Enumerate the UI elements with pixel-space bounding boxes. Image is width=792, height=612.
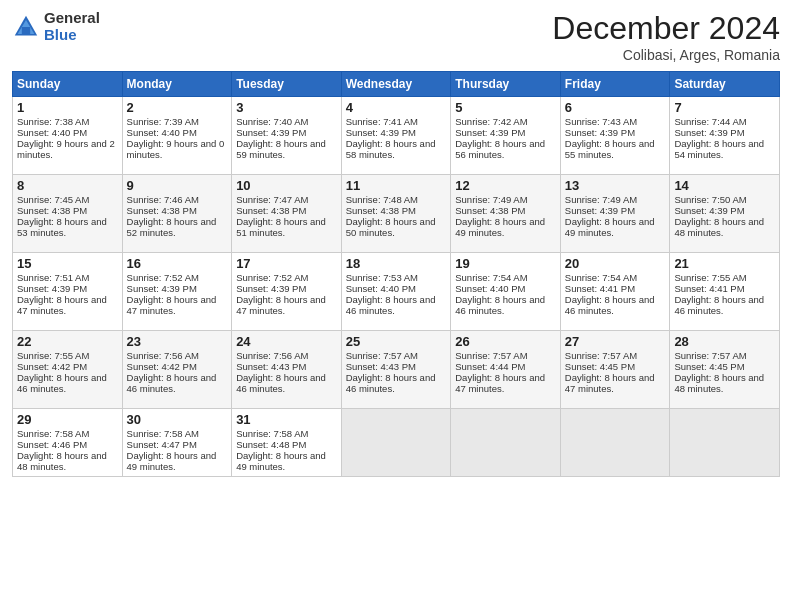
daylight-text: Daylight: 8 hours and 56 minutes.: [455, 138, 545, 160]
sunset-text: Sunset: 4:39 PM: [236, 283, 306, 294]
daylight-text: Daylight: 8 hours and 53 minutes.: [17, 216, 107, 238]
day-number: 24: [236, 334, 337, 349]
table-row: 6Sunrise: 7:43 AMSunset: 4:39 PMDaylight…: [560, 97, 670, 175]
sunrise-text: Sunrise: 7:55 AM: [674, 272, 746, 283]
table-row: [341, 409, 451, 477]
sunrise-text: Sunrise: 7:39 AM: [127, 116, 199, 127]
day-number: 25: [346, 334, 447, 349]
daylight-text: Daylight: 8 hours and 49 minutes.: [455, 216, 545, 238]
sunrise-text: Sunrise: 7:57 AM: [346, 350, 418, 361]
col-tuesday: Tuesday: [232, 72, 342, 97]
col-wednesday: Wednesday: [341, 72, 451, 97]
day-number: 9: [127, 178, 228, 193]
day-number: 12: [455, 178, 556, 193]
table-row: 23Sunrise: 7:56 AMSunset: 4:42 PMDayligh…: [122, 331, 232, 409]
daylight-text: Daylight: 8 hours and 46 minutes.: [674, 294, 764, 316]
col-monday: Monday: [122, 72, 232, 97]
logo: General Blue: [12, 10, 100, 43]
sunset-text: Sunset: 4:39 PM: [236, 127, 306, 138]
sunrise-text: Sunrise: 7:56 AM: [236, 350, 308, 361]
daylight-text: Daylight: 8 hours and 50 minutes.: [346, 216, 436, 238]
month-title: December 2024: [552, 10, 780, 47]
table-row: 5Sunrise: 7:42 AMSunset: 4:39 PMDaylight…: [451, 97, 561, 175]
table-row: 14Sunrise: 7:50 AMSunset: 4:39 PMDayligh…: [670, 175, 780, 253]
table-row: 22Sunrise: 7:55 AMSunset: 4:42 PMDayligh…: [13, 331, 123, 409]
table-row: 17Sunrise: 7:52 AMSunset: 4:39 PMDayligh…: [232, 253, 342, 331]
sunset-text: Sunset: 4:40 PM: [127, 127, 197, 138]
daylight-text: Daylight: 8 hours and 46 minutes.: [455, 294, 545, 316]
sunset-text: Sunset: 4:39 PM: [565, 127, 635, 138]
table-row: 19Sunrise: 7:54 AMSunset: 4:40 PMDayligh…: [451, 253, 561, 331]
sunrise-text: Sunrise: 7:46 AM: [127, 194, 199, 205]
sunrise-text: Sunrise: 7:50 AM: [674, 194, 746, 205]
day-number: 3: [236, 100, 337, 115]
daylight-text: Daylight: 8 hours and 52 minutes.: [127, 216, 217, 238]
page-container: General Blue December 2024 Colibasi, Arg…: [0, 0, 792, 487]
title-block: December 2024 Colibasi, Arges, Romania: [552, 10, 780, 63]
col-thursday: Thursday: [451, 72, 561, 97]
sunset-text: Sunset: 4:44 PM: [455, 361, 525, 372]
table-row: 29Sunrise: 7:58 AMSunset: 4:46 PMDayligh…: [13, 409, 123, 477]
day-number: 15: [17, 256, 118, 271]
sunset-text: Sunset: 4:41 PM: [565, 283, 635, 294]
sunset-text: Sunset: 4:45 PM: [565, 361, 635, 372]
daylight-text: Daylight: 8 hours and 48 minutes.: [674, 372, 764, 394]
sunset-text: Sunset: 4:39 PM: [455, 127, 525, 138]
sunset-text: Sunset: 4:40 PM: [346, 283, 416, 294]
sunset-text: Sunset: 4:48 PM: [236, 439, 306, 450]
sunrise-text: Sunrise: 7:51 AM: [17, 272, 89, 283]
table-row: 3Sunrise: 7:40 AMSunset: 4:39 PMDaylight…: [232, 97, 342, 175]
header-row: Sunday Monday Tuesday Wednesday Thursday…: [13, 72, 780, 97]
daylight-text: Daylight: 8 hours and 55 minutes.: [565, 138, 655, 160]
sunrise-text: Sunrise: 7:52 AM: [236, 272, 308, 283]
table-row: 12Sunrise: 7:49 AMSunset: 4:38 PMDayligh…: [451, 175, 561, 253]
sunrise-text: Sunrise: 7:54 AM: [455, 272, 527, 283]
daylight-text: Daylight: 8 hours and 47 minutes.: [127, 294, 217, 316]
daylight-text: Daylight: 8 hours and 46 minutes.: [127, 372, 217, 394]
daylight-text: Daylight: 9 hours and 2 minutes.: [17, 138, 115, 160]
sunset-text: Sunset: 4:38 PM: [455, 205, 525, 216]
table-row: 26Sunrise: 7:57 AMSunset: 4:44 PMDayligh…: [451, 331, 561, 409]
sunrise-text: Sunrise: 7:40 AM: [236, 116, 308, 127]
daylight-text: Daylight: 8 hours and 49 minutes.: [127, 450, 217, 472]
day-number: 1: [17, 100, 118, 115]
table-row: 24Sunrise: 7:56 AMSunset: 4:43 PMDayligh…: [232, 331, 342, 409]
daylight-text: Daylight: 9 hours and 0 minutes.: [127, 138, 225, 160]
day-number: 20: [565, 256, 666, 271]
day-number: 18: [346, 256, 447, 271]
sunset-text: Sunset: 4:42 PM: [127, 361, 197, 372]
sunrise-text: Sunrise: 7:57 AM: [565, 350, 637, 361]
location-title: Colibasi, Arges, Romania: [552, 47, 780, 63]
sunset-text: Sunset: 4:39 PM: [127, 283, 197, 294]
table-row: 7Sunrise: 7:44 AMSunset: 4:39 PMDaylight…: [670, 97, 780, 175]
sunrise-text: Sunrise: 7:55 AM: [17, 350, 89, 361]
sunrise-text: Sunrise: 7:45 AM: [17, 194, 89, 205]
daylight-text: Daylight: 8 hours and 51 minutes.: [236, 216, 326, 238]
table-row: 13Sunrise: 7:49 AMSunset: 4:39 PMDayligh…: [560, 175, 670, 253]
sunrise-text: Sunrise: 7:56 AM: [127, 350, 199, 361]
table-row: 2Sunrise: 7:39 AMSunset: 4:40 PMDaylight…: [122, 97, 232, 175]
table-row: 31Sunrise: 7:58 AMSunset: 4:48 PMDayligh…: [232, 409, 342, 477]
table-row: 27Sunrise: 7:57 AMSunset: 4:45 PMDayligh…: [560, 331, 670, 409]
sunset-text: Sunset: 4:40 PM: [17, 127, 87, 138]
sunrise-text: Sunrise: 7:58 AM: [127, 428, 199, 439]
sunset-text: Sunset: 4:39 PM: [674, 127, 744, 138]
col-saturday: Saturday: [670, 72, 780, 97]
sunset-text: Sunset: 4:38 PM: [346, 205, 416, 216]
day-number: 10: [236, 178, 337, 193]
sunset-text: Sunset: 4:38 PM: [236, 205, 306, 216]
daylight-text: Daylight: 8 hours and 47 minutes.: [17, 294, 107, 316]
sunrise-text: Sunrise: 7:49 AM: [455, 194, 527, 205]
sunrise-text: Sunrise: 7:47 AM: [236, 194, 308, 205]
sunset-text: Sunset: 4:45 PM: [674, 361, 744, 372]
day-number: 14: [674, 178, 775, 193]
svg-rect-2: [22, 27, 30, 34]
table-row: 25Sunrise: 7:57 AMSunset: 4:43 PMDayligh…: [341, 331, 451, 409]
table-row: [451, 409, 561, 477]
table-row: 21Sunrise: 7:55 AMSunset: 4:41 PMDayligh…: [670, 253, 780, 331]
table-row: 20Sunrise: 7:54 AMSunset: 4:41 PMDayligh…: [560, 253, 670, 331]
daylight-text: Daylight: 8 hours and 47 minutes.: [236, 294, 326, 316]
sunrise-text: Sunrise: 7:53 AM: [346, 272, 418, 283]
daylight-text: Daylight: 8 hours and 54 minutes.: [674, 138, 764, 160]
day-number: 8: [17, 178, 118, 193]
